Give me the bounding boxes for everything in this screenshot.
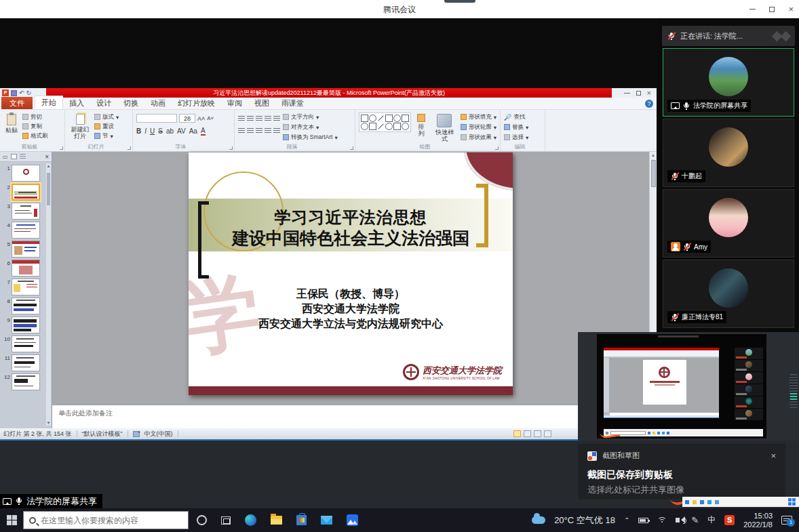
tab-animations[interactable]: 动画 xyxy=(144,97,172,109)
font-color-button[interactable]: A xyxy=(201,127,206,136)
slide-thumbnail[interactable]: 12 xyxy=(1,373,45,390)
dialog-launcher-icon[interactable] xyxy=(60,146,63,150)
participant-tile[interactable]: 廉正博法专81 xyxy=(663,260,794,328)
arrange-button[interactable]: 排列 xyxy=(414,112,429,138)
slide-thumbnail[interactable]: 3 xyxy=(1,203,45,220)
shape-effects-button[interactable]: 形状效果 ▾ xyxy=(461,133,496,142)
align-center-icon[interactable] xyxy=(247,128,254,134)
align-right-icon[interactable] xyxy=(256,128,262,134)
strikethrough-button[interactable]: S xyxy=(158,127,163,135)
dialog-launcher-icon[interactable] xyxy=(495,146,499,150)
undo-icon[interactable]: ↶ xyxy=(19,89,24,96)
tab-design[interactable]: 设计 xyxy=(90,97,117,109)
slide-thumbnail[interactable]: 10 xyxy=(1,335,45,352)
cortana-icon[interactable] xyxy=(197,515,207,525)
start-button[interactable] xyxy=(0,508,23,532)
align-text-button[interactable]: 对齐文本 ▾ xyxy=(283,123,338,131)
new-slide-button[interactable]: 新建幻灯片 xyxy=(69,112,92,141)
cut-button[interactable]: 剪切 xyxy=(22,112,48,121)
text-direction-button[interactable]: 文字方向 ▾ xyxy=(283,112,338,121)
battery-icon[interactable] xyxy=(638,518,648,523)
outline-tab-icon[interactable] xyxy=(20,154,26,159)
justify-icon[interactable] xyxy=(265,128,271,134)
taskbar-search[interactable] xyxy=(23,511,189,529)
screenshot-preview-window[interactable] xyxy=(578,332,799,441)
collapse-panel-icon[interactable]: ▭ xyxy=(3,154,8,160)
slide-thumbnail[interactable]: 7 xyxy=(1,279,45,295)
task-view-icon[interactable] xyxy=(221,516,231,525)
section-button[interactable]: 节 ▾ xyxy=(94,131,119,140)
align-left-icon[interactable] xyxy=(238,128,245,134)
thumbnails-scrollbar[interactable]: ▲ ▼ xyxy=(46,163,51,426)
language-indicator[interactable]: 中文(中国) xyxy=(144,430,173,438)
redo-icon[interactable]: ↻ xyxy=(26,89,32,96)
ppt-close-icon[interactable]: × xyxy=(647,89,651,97)
slide-thumbnail[interactable]: 11 xyxy=(1,354,45,371)
tab-slideshow[interactable]: 幻灯片放映 xyxy=(172,97,221,109)
numbering-icon[interactable] xyxy=(247,116,254,121)
maximize-icon[interactable] xyxy=(769,7,775,12)
slide-thumbnail[interactable]: 5 xyxy=(1,241,45,258)
tab-rainclassroom[interactable]: 雨课堂 xyxy=(275,97,310,109)
tab-insert[interactable]: 插入 xyxy=(63,97,90,109)
spellcheck-icon[interactable] xyxy=(133,431,140,437)
help-icon[interactable]: ? xyxy=(645,100,653,108)
quick-styles-button[interactable]: 快速样式 xyxy=(431,112,457,144)
tab-view[interactable]: 视图 xyxy=(248,97,275,109)
reset-button[interactable]: 重设 xyxy=(94,122,119,131)
slide-canvas[interactable]: 学 学习习近平法治思想 建设中国特色社会主义法治强国 王保民（教授、博导） 西安… xyxy=(189,152,513,395)
shape-outline-button[interactable]: 形状轮廓 ▾ xyxy=(461,123,496,131)
taskbar-clock[interactable]: 15:03 2022/1/8 xyxy=(743,512,773,529)
indent-decrease-icon[interactable] xyxy=(256,116,262,121)
paste-button[interactable]: 粘贴 xyxy=(3,112,20,135)
slide-sorter-button[interactable] xyxy=(524,430,531,437)
tab-transitions[interactable]: 切换 xyxy=(117,97,144,109)
dialog-launcher-icon[interactable] xyxy=(229,146,233,150)
sogou-input-icon[interactable]: S xyxy=(724,515,735,525)
select-button[interactable]: 选择 ▾ xyxy=(504,133,528,142)
find-button[interactable]: 🔎查找 xyxy=(504,112,528,121)
bullets-icon[interactable] xyxy=(238,116,245,121)
notification-close-icon[interactable]: × xyxy=(771,451,776,461)
edge-widget[interactable] xyxy=(790,374,798,408)
notification-toast[interactable]: 截图和草图 × 截图已保存到剪贴板 选择此处标记并共享图像 xyxy=(578,444,785,499)
indent-increase-icon[interactable] xyxy=(265,116,271,121)
participant-tile-sharing[interactable]: 法学院的屏幕共享 xyxy=(663,48,794,117)
tencent-meeting-icon[interactable] xyxy=(347,514,358,526)
font-size-box[interactable]: 28 xyxy=(179,114,195,123)
close-panel-icon[interactable]: × xyxy=(45,153,49,161)
slide-thumbnail[interactable]: 4 xyxy=(1,222,45,239)
line-spacing-icon[interactable] xyxy=(273,116,280,121)
italic-button[interactable]: I xyxy=(144,127,147,135)
shapes-gallery[interactable] xyxy=(359,112,411,132)
pen-icon[interactable]: ✎ xyxy=(691,515,699,525)
dialog-launcher-icon[interactable] xyxy=(350,146,353,150)
slide-thumbnail[interactable]: 2 xyxy=(1,184,45,201)
shape-fill-button[interactable]: 形状填充 ▾ xyxy=(461,112,496,121)
participant-tile[interactable]: Amy xyxy=(663,189,794,258)
copy-button[interactable]: 复制 xyxy=(22,122,48,131)
tab-review[interactable]: 审阅 xyxy=(221,97,248,109)
smartart-button[interactable]: 转换为 SmartArt ▾ xyxy=(283,133,338,142)
action-center-icon[interactable]: 1 xyxy=(781,516,792,525)
mail-icon[interactable] xyxy=(321,516,332,525)
shrink-font-icon[interactable]: A˅ xyxy=(207,115,214,121)
microsoft-store-icon[interactable] xyxy=(296,515,307,525)
volume-icon[interactable] xyxy=(676,518,680,523)
layout-button[interactable]: 版式 ▾ xyxy=(94,112,119,121)
bold-button[interactable]: B xyxy=(136,127,141,135)
edge-browser-icon[interactable] xyxy=(245,514,256,526)
grow-font-icon[interactable]: A˄ xyxy=(197,115,205,122)
case-button[interactable]: Aa xyxy=(189,127,197,135)
tab-file[interactable]: 文件 xyxy=(1,97,33,109)
participant-tile[interactable]: 十鹏起 xyxy=(663,119,794,187)
dialog-launcher-icon[interactable] xyxy=(128,146,131,150)
underline-button[interactable]: U xyxy=(150,127,155,135)
minimize-icon[interactable] xyxy=(749,9,756,9)
ime-indicator[interactable]: 中 xyxy=(707,514,716,526)
replace-button[interactable]: 替换 ▾ xyxy=(504,123,528,131)
weather-icon[interactable] xyxy=(532,516,545,524)
shadow-button[interactable]: ab xyxy=(166,127,174,135)
ppt-minimize-icon[interactable] xyxy=(624,93,630,94)
slide-thumbnail[interactable]: 8 xyxy=(1,298,45,314)
